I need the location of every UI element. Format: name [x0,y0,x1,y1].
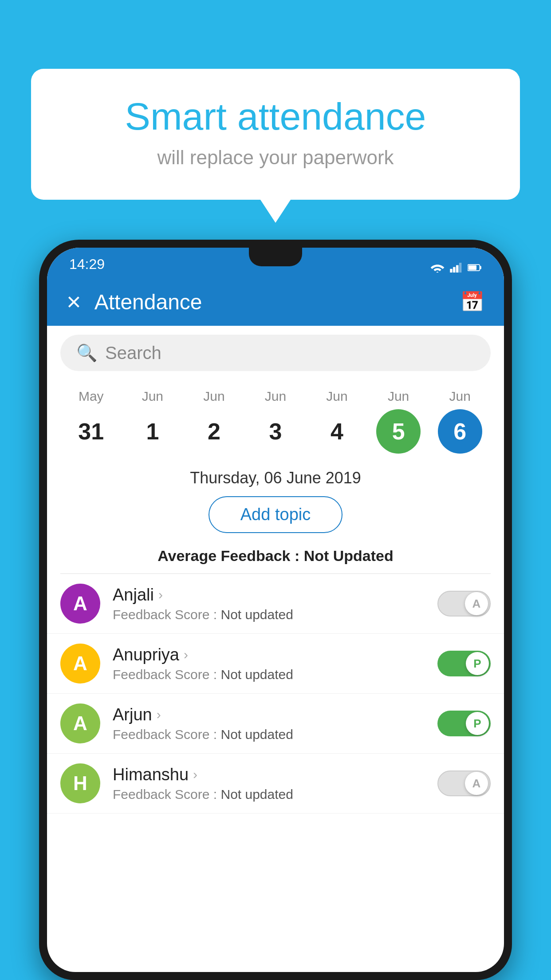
svg-rect-5 [480,266,481,269]
attendance-toggle[interactable]: A [437,591,491,616]
calendar-day-4[interactable]: Jun4 [311,389,364,454]
attendance-toggle[interactable]: P [437,711,491,736]
student-avatar: A [60,644,100,684]
bubble-title: Smart attendance [67,95,484,138]
cal-month-label: Jun [142,389,163,404]
wifi-icon [430,263,445,273]
app-title: Attendance [94,290,447,314]
search-placeholder: Search [105,343,161,363]
toggle-knob: P [466,652,489,675]
feedback-value: Not Updated [304,547,394,564]
student-name[interactable]: Anupriya › [113,645,425,664]
toggle-knob: A [465,772,488,795]
chevron-right-icon: › [157,707,161,722]
calendar-day-1[interactable]: Jun1 [126,389,179,454]
student-item: AArjun ›Feedback Score : Not updatedP [47,694,504,754]
calendar-day-6[interactable]: Jun6 [433,389,487,454]
add-topic-button[interactable]: Add topic [209,496,342,533]
cal-date-number: 31 [69,409,113,454]
student-avatar: A [60,703,100,743]
cal-month-label: May [79,389,104,404]
student-feedback-score: Feedback Score : Not updated [113,787,425,802]
phone-frame: 14:29 [39,240,512,980]
cal-date-number: 6 [438,409,482,454]
student-name[interactable]: Anjali › [113,585,425,605]
student-list: AAnjali ›Feedback Score : Not updatedAAA… [47,574,504,814]
selected-date-label: Thursday, 06 June 2019 [47,461,504,494]
battery-icon [468,263,482,273]
average-feedback: Average Feedback : Not Updated [47,543,504,573]
cal-month-label: Jun [388,389,409,404]
cal-date-number: 3 [253,409,298,454]
search-icon: 🔍 [76,343,97,363]
student-name[interactable]: Arjun › [113,705,425,724]
cal-month-label: Jun [326,389,347,404]
student-info[interactable]: Himanshu ›Feedback Score : Not updated [113,765,425,802]
student-feedback-score: Feedback Score : Not updated [113,607,425,622]
svg-rect-0 [450,269,453,273]
student-info[interactable]: Anjali ›Feedback Score : Not updated [113,585,425,622]
student-item: AAnjali ›Feedback Score : Not updatedA [47,574,504,634]
svg-rect-3 [459,263,462,273]
calendar-day-2[interactable]: Jun2 [187,389,240,454]
svg-rect-2 [456,265,459,273]
search-bar[interactable]: 🔍 Search [60,335,491,371]
calendar-day-0[interactable]: May31 [64,389,118,454]
chevron-right-icon: › [193,767,197,782]
svg-rect-6 [468,265,476,270]
cal-month-label: Jun [449,389,470,404]
add-topic-container: Add topic [47,494,504,543]
cal-date-number: 4 [315,409,359,454]
svg-rect-1 [453,267,456,273]
cal-date-number: 1 [130,409,175,454]
calendar-strip[interactable]: May31Jun1Jun2Jun3Jun4Jun5Jun6 [47,380,504,461]
chevron-right-icon: › [158,587,163,602]
student-item: HHimanshu ›Feedback Score : Not updatedA [47,754,504,814]
calendar-day-5[interactable]: Jun5 [372,389,425,454]
attendance-toggle[interactable]: A [437,771,491,796]
student-item: AAnupriya ›Feedback Score : Not updatedP [47,634,504,694]
cal-month-label: Jun [265,389,286,404]
student-feedback-score: Feedback Score : Not updated [113,667,425,682]
feedback-label: Average Feedback : [157,547,299,564]
toggle-knob: A [465,592,488,615]
chevron-right-icon: › [184,647,188,662]
student-feedback-score: Feedback Score : Not updated [113,727,425,742]
bubble-subtitle: will replace your paperwork [67,146,484,169]
close-button[interactable]: × [67,289,81,314]
cal-date-number: 5 [376,409,421,454]
student-avatar: A [60,584,100,624]
student-info[interactable]: Anupriya ›Feedback Score : Not updated [113,645,425,682]
attendance-toggle[interactable]: P [437,651,491,676]
student-info[interactable]: Arjun ›Feedback Score : Not updated [113,705,425,742]
app-bar: × Attendance 📅 [47,278,504,326]
student-avatar: H [60,763,100,803]
phone-screen: 14:29 [47,248,504,972]
toggle-knob: P [466,712,489,735]
calendar-icon[interactable]: 📅 [460,290,484,313]
cal-date-number: 2 [192,409,236,454]
signal-icon [449,263,463,273]
phone-notch [249,248,302,266]
student-name[interactable]: Himanshu › [113,765,425,784]
calendar-day-3[interactable]: Jun3 [249,389,302,454]
speech-bubble-container: Smart attendance will replace your paper… [31,69,520,200]
search-container: 🔍 Search [47,326,504,380]
speech-bubble: Smart attendance will replace your paper… [31,69,520,200]
status-icons [430,263,482,273]
status-time: 14:29 [69,256,105,273]
cal-month-label: Jun [203,389,224,404]
